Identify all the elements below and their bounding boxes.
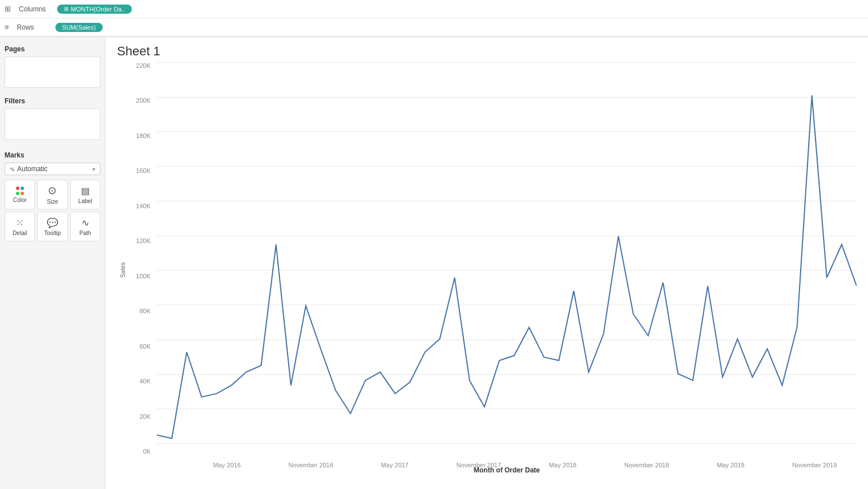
- size-label: Size: [47, 199, 58, 205]
- columns-pill[interactable]: ⊞ MONTH(Order Da..: [57, 5, 132, 14]
- rows-shelf: ≡ Rows SUM(Sales): [0, 18, 868, 37]
- sheet-title: Sheet 1: [106, 37, 868, 62]
- y-tick: 40K: [139, 378, 151, 385]
- path-icon: ∿: [82, 217, 89, 228]
- path-button[interactable]: ∿ Path: [70, 212, 100, 241]
- rows-icon: ≡: [5, 23, 9, 31]
- rows-pill[interactable]: SUM(Sales): [55, 23, 103, 32]
- detail-button[interactable]: ⁙ Detail: [5, 212, 35, 241]
- y-tick: 140K: [136, 203, 151, 209]
- marks-type-dropdown[interactable]: ∿ Automatic ▾: [5, 163, 100, 175]
- y-axis-label: Sales: [117, 62, 128, 478]
- label-icon: ▤: [81, 185, 90, 196]
- tooltip-button[interactable]: 💬 Tooltip: [37, 212, 67, 241]
- columns-label: Columns: [19, 5, 50, 13]
- y-tick: 220K: [136, 62, 151, 69]
- y-tick: 100K: [136, 273, 151, 280]
- calendar-icon: ⊞: [64, 6, 68, 12]
- chart-wrapper: Sales 220K200K180K160K140K120K100K80K60K…: [117, 62, 857, 478]
- main-area: Pages Filters Marks ∿ Automatic ▾: [0, 37, 868, 489]
- plot-area: [157, 62, 857, 443]
- y-tick: 160K: [136, 167, 151, 174]
- y-tick: 60K: [139, 343, 151, 350]
- dropdown-arrow-icon: ▾: [92, 166, 95, 172]
- marks-section: Marks ∿ Automatic ▾ Color: [5, 149, 100, 241]
- filters-box: [5, 108, 100, 140]
- y-tick: 80K: [139, 308, 151, 314]
- tooltip-label: Tooltip: [45, 230, 61, 236]
- color-button[interactable]: Color: [5, 180, 35, 209]
- size-icon: ⊙: [48, 184, 56, 197]
- chart-inner: 220K200K180K160K140K120K100K80K60K40K20K…: [128, 62, 857, 478]
- filters-label: Filters: [5, 97, 100, 105]
- grid-line: [157, 443, 857, 444]
- y-tick: 20K: [139, 413, 151, 420]
- y-tick: 0K: [143, 448, 151, 455]
- y-axis-ticks: 220K200K180K160K140K120K100K80K60K40K20K…: [128, 62, 154, 455]
- label-button[interactable]: ▤ Label: [70, 180, 100, 209]
- line-chart: [157, 62, 857, 443]
- marks-type-label: Automatic: [17, 165, 47, 173]
- tooltip-icon: 💬: [47, 217, 58, 228]
- wave-icon: ∿: [10, 165, 15, 173]
- marks-buttons: Color ⊙ Size ▤ Label ⁙ Detail: [5, 180, 100, 241]
- detail-label: Detail: [13, 230, 27, 236]
- marks-label: Marks: [5, 151, 100, 159]
- pages-label: Pages: [5, 45, 100, 53]
- size-button[interactable]: ⊙ Size: [37, 180, 67, 209]
- chart-line: [157, 95, 857, 438]
- y-tick: 120K: [136, 237, 151, 244]
- top-bar: ⊞ Columns ⊞ MONTH(Order Da.. ≡ Rows SUM(…: [0, 0, 868, 37]
- color-label: Color: [13, 197, 27, 203]
- pages-box: [5, 56, 100, 88]
- label-label: Label: [78, 198, 92, 204]
- detail-icon: ⁙: [16, 217, 23, 228]
- columns-shelf: ⊞ Columns ⊞ MONTH(Order Da..: [0, 0, 868, 18]
- rows-label: Rows: [17, 23, 49, 31]
- y-tick: 180K: [136, 132, 151, 139]
- content-area: Sheet 1 Sales 220K200K180K160K140K120K10…: [106, 37, 868, 489]
- path-label: Path: [79, 230, 91, 236]
- x-axis-title: Month of Order Date: [157, 466, 857, 474]
- left-panel: Pages Filters Marks ∿ Automatic ▾: [0, 37, 106, 489]
- columns-icon: ⊞: [5, 5, 11, 13]
- chart-container: Sales 220K200K180K160K140K120K100K80K60K…: [106, 62, 868, 489]
- y-tick: 200K: [136, 97, 151, 104]
